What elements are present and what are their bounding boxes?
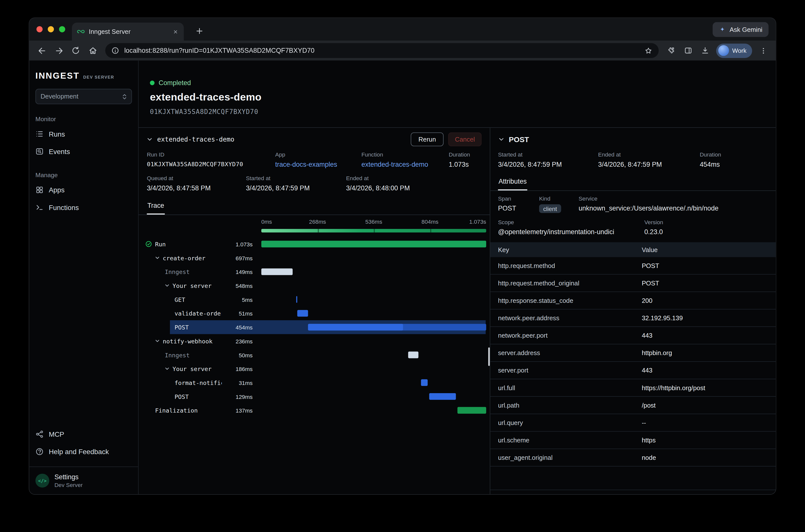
meta-value[interactable]: extended-traces-demo: [361, 161, 449, 169]
meta-value: 454ms: [700, 161, 768, 169]
span-bar: [429, 393, 456, 400]
desktop: Inngest Server × Ask Gemini: [0, 0, 805, 532]
chevron-down-icon[interactable]: [165, 283, 169, 288]
address-bar[interactable]: localhost:8288/run?runID=01KJXTWA35SA8D2…: [105, 43, 659, 58]
tab-attributes[interactable]: Attributes: [498, 175, 527, 190]
chevron-down-icon[interactable]: [155, 255, 160, 260]
chevron-down-icon[interactable]: [147, 137, 153, 142]
inngest-app: INNGEST DEV SERVER Development MonitorRu…: [30, 60, 776, 494]
sidebar-item-events[interactable]: Events: [30, 142, 138, 160]
trace-row-inngest[interactable]: Inngest50ms: [139, 348, 490, 362]
span-bar-track: [261, 390, 486, 403]
bookmark-star-icon[interactable]: [644, 46, 653, 55]
sidebar-section-label-monitor: Monitor: [35, 115, 132, 123]
sidebar-footer-nav: MCPHelp and Feedback: [30, 425, 138, 461]
attribute-value: POST: [642, 262, 659, 269]
meta-label: Scope: [498, 219, 644, 225]
attribute-key: http.request.method: [498, 262, 642, 269]
trace-row-run[interactable]: Run1.073s: [139, 237, 490, 251]
attribute-value: https: [642, 436, 656, 444]
trace-header: extended-traces-demo Rerun Cancel: [139, 128, 490, 151]
trace-row-inngest[interactable]: Inngest149ms: [139, 265, 490, 279]
minimize-window-button[interactable]: [48, 26, 54, 32]
tab-close-icon[interactable]: ×: [172, 28, 179, 35]
span-bar: [421, 379, 427, 386]
trace-row-label: Inngest: [139, 268, 222, 276]
trace-row-finalization[interactable]: Finalization137ms: [139, 403, 490, 417]
trace-row-notify-webhook[interactable]: notify-webhook236ms: [139, 334, 490, 348]
meta-version: Version0.23.0: [644, 219, 768, 236]
environment-select[interactable]: Development: [35, 89, 132, 104]
rerun-button[interactable]: Rerun: [411, 132, 444, 146]
select-chevrons-icon: [122, 93, 127, 100]
sidebar-item-apps[interactable]: Apps: [30, 181, 138, 198]
zoom-window-button[interactable]: [59, 26, 65, 32]
cancel-button[interactable]: Cancel: [448, 132, 482, 146]
attribute-key: server.port: [498, 367, 642, 374]
sidebar-item-runs[interactable]: Runs: [30, 125, 138, 142]
side-panel-icon[interactable]: [681, 43, 696, 58]
sidebar-item-functions[interactable]: Functions: [30, 198, 138, 216]
meta-value[interactable]: trace-docs-examples: [275, 161, 362, 169]
tab-strip: Inngest Server × Ask Gemini: [30, 18, 776, 41]
timeline-minimap[interactable]: [261, 229, 486, 232]
trace-row-post[interactable]: POST129ms: [139, 390, 490, 403]
sidebar-item-help-and-feedback[interactable]: Help and Feedback: [30, 443, 138, 460]
trace-row-your-server[interactable]: Your server186ms: [139, 362, 490, 376]
dev-server-label: DEV SERVER: [83, 75, 114, 80]
span-name: format-notifica…: [174, 379, 222, 386]
trace-row-your-server[interactable]: Your server548ms: [139, 279, 490, 292]
scrollbar-thumb[interactable]: [488, 347, 490, 366]
attribute-key: network.peer.address: [498, 314, 642, 322]
axis-tick-label: 268ms: [309, 219, 326, 225]
menu-kebab-icon[interactable]: [756, 43, 771, 58]
tab-trace[interactable]: Trace: [147, 199, 165, 214]
back-button[interactable]: [34, 43, 49, 58]
trace-row-validate-order[interactable]: validate-order51ms: [139, 306, 490, 320]
extensions-icon[interactable]: [664, 43, 679, 58]
home-button[interactable]: [85, 43, 100, 58]
span-bar-track: [261, 320, 486, 334]
meta-label: Service: [579, 195, 768, 202]
trace-row-label: POST: [139, 323, 222, 331]
span-duration: 31ms: [222, 379, 252, 386]
trace-row-get[interactable]: GET5ms: [139, 292, 490, 307]
attribute-row-server-port: server.port443: [490, 362, 776, 379]
profile-chip[interactable]: Work: [716, 43, 752, 58]
meta-value: client: [539, 204, 579, 213]
site-info-icon[interactable]: [112, 47, 119, 55]
meta-label: Kind: [539, 195, 579, 202]
downloads-icon[interactable]: [698, 43, 713, 58]
attribute-key: network.peer.port: [498, 332, 642, 339]
trace-row-create-order[interactable]: create-order697ms: [139, 251, 490, 265]
new-tab-button[interactable]: [191, 23, 207, 39]
environment-value: Development: [41, 93, 78, 100]
attribute-key: http.response.status_code: [498, 297, 642, 304]
trace-row-label: Your server: [139, 282, 222, 289]
trace-row-format-notifica[interactable]: format-notifica…31ms: [139, 376, 490, 390]
settings-button[interactable]: </> Settings Dev Server: [30, 467, 138, 494]
browser-tab[interactable]: Inngest Server ×: [72, 23, 184, 41]
meta-value: 3/4/2026, 8:47:59 PM: [498, 161, 598, 169]
span-bar-track: [261, 403, 486, 417]
span-bar-track: [261, 376, 486, 390]
chevron-down-icon[interactable]: [499, 137, 504, 142]
sidebar-item-mcp[interactable]: MCP: [30, 425, 138, 443]
meta-function: Functionextended-traces-demo: [361, 151, 449, 168]
gemini-sparkle-icon: [719, 26, 726, 33]
ask-gemini-button[interactable]: Ask Gemini: [713, 22, 769, 37]
close-window-button[interactable]: [36, 26, 42, 32]
span-title: POST: [509, 135, 529, 143]
meta-started-at: Started at3/4/2026, 8:47:59 PM: [246, 175, 346, 192]
chevron-down-icon[interactable]: [165, 366, 169, 371]
span-name: POST: [174, 393, 189, 400]
forward-button[interactable]: [51, 43, 66, 58]
attribute-value: httpbin.org: [642, 349, 672, 357]
trace-panel: extended-traces-demo Rerun Cancel Run ID…: [139, 128, 490, 494]
reload-button[interactable]: [68, 43, 83, 58]
meta-value: 0.23.0: [644, 228, 768, 236]
trace-row-post-selected[interactable]: POST454ms: [139, 320, 490, 334]
chevron-down-icon[interactable]: [155, 339, 160, 343]
span-duration: 548ms: [222, 282, 252, 289]
trace-row-label: validate-order: [139, 310, 222, 317]
